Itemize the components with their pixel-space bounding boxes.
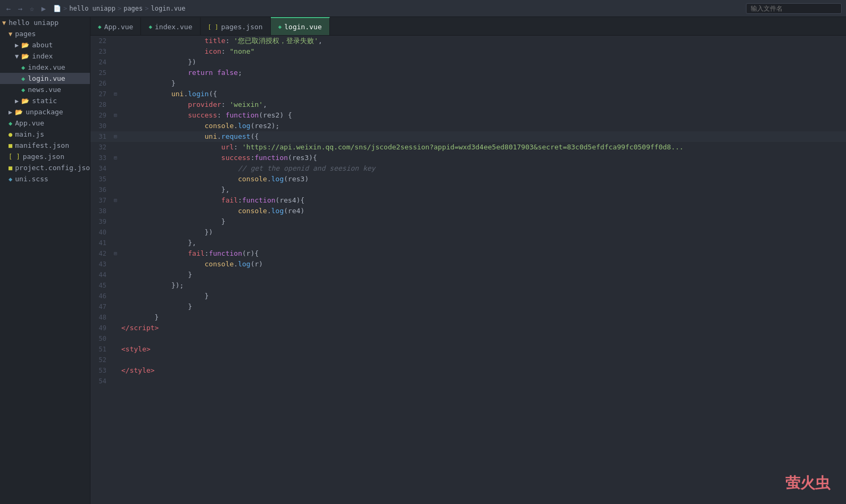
code-line[interactable]: }: [119, 301, 846, 312]
sidebar-item-static[interactable]: ▶ 📂 static: [0, 95, 90, 106]
sidebar-item-project[interactable]: ▼ hello uniapp: [0, 17, 90, 28]
code-line[interactable]: [119, 376, 846, 387]
fold-icon[interactable]: [112, 36, 119, 46]
code-line[interactable]: uni.login({: [119, 89, 846, 99]
fold-icon[interactable]: [112, 99, 119, 110]
tab-index-vue[interactable]: ◆ index.vue: [141, 17, 200, 35]
fold-icon[interactable]: [112, 355, 119, 365]
breadcrumb-file[interactable]: login.vue: [151, 5, 186, 12]
about-label: about: [32, 41, 53, 49]
fold-icon[interactable]: ⊞: [112, 153, 119, 163]
fold-icon[interactable]: [112, 301, 119, 312]
code-line[interactable]: },: [119, 184, 846, 195]
code-line[interactable]: <style>: [119, 344, 846, 355]
fold-icon[interactable]: [112, 259, 119, 270]
code-line[interactable]: uni.request({: [119, 131, 846, 142]
code-line[interactable]: console.log(r): [119, 259, 846, 270]
sidebar-item-index-folder[interactable]: ▼ 📂 index: [0, 51, 90, 62]
sidebar-item-pages-json[interactable]: [ ] pages.json: [0, 151, 90, 162]
line-number: 33: [90, 153, 112, 163]
fold-icon[interactable]: ⊞: [112, 248, 119, 259]
fold-icon[interactable]: ⊞: [112, 195, 119, 206]
fold-icon[interactable]: [112, 344, 119, 355]
sidebar-item-index-vue[interactable]: ◆ index.vue: [0, 62, 90, 73]
code-line[interactable]: },: [119, 238, 846, 248]
code-line[interactable]: }: [119, 78, 846, 89]
tab-pages-json[interactable]: [ ] pages.json: [201, 17, 271, 35]
sidebar-item-main-js[interactable]: ● main.js: [0, 129, 90, 140]
code-line[interactable]: return false;: [119, 68, 846, 78]
fold-icon[interactable]: [112, 323, 119, 333]
fold-icon[interactable]: ⊞: [112, 110, 119, 121]
code-line[interactable]: console.log(res2);: [119, 121, 846, 131]
fold-icon[interactable]: ⊞: [112, 131, 119, 142]
code-line[interactable]: }: [119, 312, 846, 323]
bookmark-icon[interactable]: ☆: [28, 4, 36, 13]
sidebar-item-unpackage[interactable]: ▶ 📂 unpackage: [0, 106, 90, 117]
code-line[interactable]: fail:function(res4){: [119, 195, 846, 206]
table-row: 49 </script>: [90, 323, 846, 333]
fold-icon[interactable]: [112, 68, 119, 78]
fold-icon[interactable]: [112, 227, 119, 238]
code-line[interactable]: [119, 355, 846, 365]
code-line[interactable]: fail:function(r){: [119, 248, 846, 259]
sidebar-item-manifest-json[interactable]: ■ manifest.json: [0, 140, 90, 151]
fold-icon[interactable]: [112, 78, 119, 89]
sidebar-item-login-vue[interactable]: ◆ login.vue: [0, 73, 90, 84]
fold-icon[interactable]: [112, 46, 119, 57]
fold-icon[interactable]: [112, 376, 119, 387]
code-editor[interactable]: 22 title: '您已取消授权，登录失败', 23 icon: "none": [90, 36, 846, 504]
tab-login-vue[interactable]: ◆ login.vue: [271, 17, 330, 35]
fold-icon[interactable]: [112, 142, 119, 153]
code-line[interactable]: url: 'https://api.weixin.qq.com/sns/jsco…: [119, 142, 846, 153]
code-line[interactable]: }): [119, 227, 846, 238]
code-line[interactable]: success: function(res2) {: [119, 110, 846, 121]
search-input[interactable]: [746, 3, 842, 14]
code-line[interactable]: }: [119, 291, 846, 301]
code-line[interactable]: // get the openid and seesion key: [119, 163, 846, 174]
code-line[interactable]: }: [119, 216, 846, 227]
forward-icon[interactable]: →: [16, 4, 24, 13]
code-line[interactable]: }): [119, 57, 846, 68]
fold-icon[interactable]: [112, 216, 119, 227]
fold-icon[interactable]: [112, 57, 119, 68]
code-line[interactable]: provider: 'weixin',: [119, 99, 846, 110]
code-line[interactable]: console.log(res3): [119, 174, 846, 184]
sidebar-item-uni-scss[interactable]: ◆ uni.scss: [0, 173, 90, 184]
fold-icon[interactable]: ⊞: [112, 89, 119, 99]
fold-icon[interactable]: [112, 291, 119, 301]
breadcrumb-project[interactable]: hello uniapp: [69, 5, 115, 12]
fold-icon[interactable]: [112, 174, 119, 184]
back-icon[interactable]: ←: [4, 4, 13, 13]
sidebar-item-pages[interactable]: ▼ pages: [0, 28, 90, 39]
fold-icon[interactable]: [112, 270, 119, 280]
fold-icon[interactable]: [112, 163, 119, 174]
code-line[interactable]: </style>: [119, 365, 846, 376]
table-row: 29 ⊞ success: function(res2) {: [90, 110, 846, 121]
sidebar-item-about[interactable]: ▶ 📂 about: [0, 39, 90, 51]
fold-icon[interactable]: [112, 280, 119, 291]
tab-app-vue[interactable]: ◆ App.vue: [90, 17, 141, 35]
run-icon[interactable]: ▶: [39, 4, 48, 13]
line-number: 37: [90, 195, 112, 206]
breadcrumb-folder[interactable]: pages: [123, 5, 143, 12]
code-line[interactable]: title: '您已取消授权，登录失败',: [119, 36, 846, 46]
fold-icon[interactable]: [112, 365, 119, 376]
fold-icon[interactable]: [112, 121, 119, 131]
fold-icon[interactable]: [112, 206, 119, 216]
sidebar-item-project-config[interactable]: ■ project.config.json: [0, 162, 90, 173]
code-line[interactable]: });: [119, 280, 846, 291]
code-line[interactable]: }: [119, 270, 846, 280]
code-line[interactable]: success:function(res3){: [119, 153, 846, 163]
code-line[interactable]: icon: "none": [119, 46, 846, 57]
code-line[interactable]: console.log(re4): [119, 206, 846, 216]
code-line[interactable]: </script>: [119, 323, 846, 333]
sidebar-item-app-vue[interactable]: ◆ App.vue: [0, 117, 90, 129]
sidebar-item-news-vue[interactable]: ◆ news.vue: [0, 84, 90, 95]
fold-icon[interactable]: [112, 333, 119, 344]
fold-icon[interactable]: [112, 184, 119, 195]
table-row: 23 icon: "none": [90, 46, 846, 57]
code-line[interactable]: [119, 333, 846, 344]
fold-icon[interactable]: [112, 312, 119, 323]
fold-icon[interactable]: [112, 238, 119, 248]
